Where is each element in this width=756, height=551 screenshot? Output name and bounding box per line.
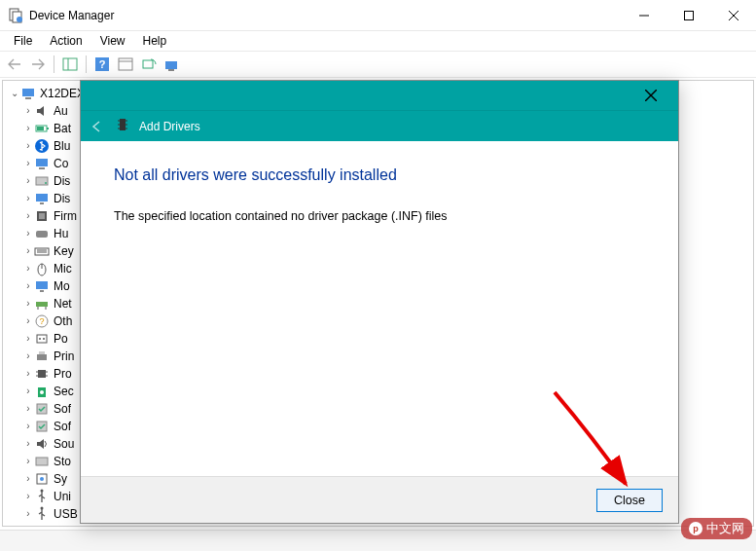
php-icon: p	[689, 522, 702, 535]
svg-point-2	[17, 17, 22, 22]
tree-category-label: Sec	[54, 383, 74, 400]
scan-button[interactable]	[138, 54, 160, 75]
minimize-button[interactable]	[622, 0, 666, 31]
network-icon	[34, 296, 50, 312]
svg-rect-43	[37, 335, 47, 343]
svg-rect-4	[685, 11, 694, 19]
dialog-footer: Close	[81, 476, 678, 523]
svg-rect-37	[40, 290, 44, 292]
dialog-back-icon[interactable]	[89, 118, 106, 135]
tree-category-label: Oth	[54, 312, 72, 330]
close-button[interactable]	[711, 0, 756, 31]
help-button[interactable]: ?	[91, 54, 113, 75]
tree-category-label: Firm	[54, 207, 77, 225]
forward-button[interactable]	[27, 54, 49, 75]
dialog-wizard-title: Add Drivers	[139, 120, 200, 133]
tree-root-label: X12DEX	[40, 85, 85, 102]
battery-icon	[34, 121, 50, 136]
mouse-icon	[34, 261, 50, 276]
chevron-right-icon: ›	[22, 225, 34, 242]
chevron-right-icon: ›	[22, 400, 34, 418]
tree-category-label: Uni	[54, 488, 71, 505]
svg-rect-48	[38, 370, 46, 378]
tree-category-label: Mo	[54, 277, 70, 295]
software-icon	[34, 401, 50, 417]
menu-help[interactable]: Help	[135, 32, 175, 50]
svg-rect-17	[25, 97, 31, 99]
show-hide-tree-button[interactable]	[59, 54, 81, 75]
svg-rect-7	[63, 58, 77, 70]
tree-category-label: Mic	[54, 260, 72, 277]
maximize-button[interactable]	[666, 0, 711, 31]
svg-rect-16	[22, 89, 34, 96]
svg-point-59	[40, 477, 44, 481]
menu-file[interactable]: File	[6, 32, 40, 50]
chevron-right-icon: ›	[22, 330, 34, 348]
chevron-down-icon: ⌄	[9, 85, 20, 102]
menu-view[interactable]: View	[92, 32, 133, 50]
chevron-right-icon: ›	[22, 418, 34, 435]
chevron-right-icon: ›	[22, 453, 34, 470]
ports-icon	[34, 331, 50, 347]
firmware-icon	[34, 208, 50, 224]
watermark: p 中文网	[681, 518, 752, 539]
statusbar	[0, 530, 756, 551]
dialog-titlebar	[81, 81, 678, 110]
svg-rect-23	[39, 167, 45, 169]
svg-rect-22	[36, 159, 48, 166]
separator	[86, 55, 87, 73]
window-controls	[622, 0, 756, 31]
chevron-right-icon: ›	[22, 260, 34, 277]
chevron-right-icon: ›	[22, 277, 34, 295]
computer-icon	[34, 156, 50, 171]
tree-category-label: Bat	[54, 120, 71, 137]
tree-category-label: Dis	[54, 172, 70, 190]
svg-rect-47	[39, 351, 45, 354]
chevron-right-icon: ›	[22, 242, 34, 260]
tree-category-label: Sto	[54, 453, 71, 470]
dialog-close-icon[interactable]	[631, 81, 670, 110]
svg-point-25	[45, 182, 47, 184]
tree-category-label: Sy	[54, 470, 67, 488]
tree-category-label: Sof	[54, 418, 71, 435]
svg-text:?: ?	[99, 58, 106, 70]
bluetooth-icon	[34, 138, 50, 154]
svg-rect-30	[36, 231, 48, 238]
toolbar: ?	[0, 51, 756, 78]
svg-rect-27	[40, 202, 44, 204]
display-icon	[34, 191, 50, 206]
svg-rect-57	[36, 458, 48, 465]
app-icon	[8, 8, 23, 23]
chevron-right-icon: ›	[22, 137, 34, 155]
sound-icon	[34, 436, 50, 452]
tree-category-label: Po	[54, 330, 68, 348]
svg-rect-13	[143, 60, 153, 68]
properties-button[interactable]	[115, 54, 136, 75]
dialog-heading: Not all drivers were successfully instal…	[114, 166, 645, 184]
keyboard-icon	[34, 243, 50, 259]
chevron-right-icon: ›	[22, 120, 34, 137]
dialog-message: The specified location contained no driv…	[114, 209, 645, 223]
tree-category-label: Blu	[54, 137, 70, 155]
svg-point-45	[43, 338, 45, 340]
audio-icon	[34, 103, 50, 119]
menu-action[interactable]: Action	[42, 32, 90, 50]
add-hardware-button[interactable]	[162, 54, 183, 75]
close-button[interactable]: Close	[596, 489, 663, 512]
usb-icon	[34, 489, 50, 504]
chevron-right-icon: ›	[22, 207, 34, 225]
monitor-icon	[34, 278, 50, 294]
dialog-body: Not all drivers were successfully instal…	[81, 141, 678, 476]
storage-icon	[34, 454, 50, 469]
tree-category-label: Sou	[54, 435, 74, 453]
disk-icon	[34, 173, 50, 189]
svg-rect-14	[165, 61, 177, 69]
chevron-right-icon: ›	[22, 348, 34, 365]
chevron-right-icon: ›	[22, 383, 34, 400]
dialog-header: Add Drivers	[81, 110, 678, 141]
chevron-right-icon: ›	[22, 102, 34, 120]
svg-rect-19	[47, 128, 49, 129]
back-button[interactable]	[4, 54, 25, 75]
processor-icon	[34, 366, 50, 382]
chevron-right-icon: ›	[22, 172, 34, 190]
